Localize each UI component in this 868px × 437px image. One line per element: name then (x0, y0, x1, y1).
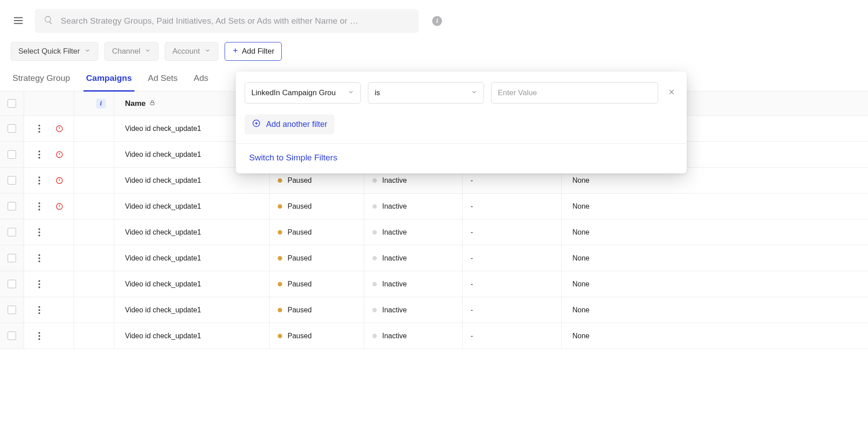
status-dot-paused (278, 204, 282, 209)
row-name: Video id check_update1 (125, 306, 201, 314)
row-name-cell[interactable]: Video id check_update1 (114, 245, 270, 271)
row-dash: - (471, 280, 473, 288)
select-all-checkbox[interactable] (8, 99, 16, 108)
warning-icon[interactable] (55, 202, 63, 210)
tab-campaigns[interactable]: Campaigns (84, 70, 134, 91)
tab-strategy-group[interactable]: Strategy Group (11, 70, 72, 91)
row-info-cell (74, 219, 114, 245)
row-status2-cell: Inactive (364, 245, 463, 271)
row-checkbox[interactable] (8, 280, 16, 288)
row-name-cell[interactable]: Video id check_update1 (114, 323, 270, 349)
status-dot-inactive (372, 256, 377, 261)
warning-icon[interactable] (55, 151, 63, 159)
quick-filter-select[interactable]: Select Quick Filter (11, 42, 98, 61)
row-name-cell[interactable]: Video id check_update1 (114, 297, 270, 323)
svg-point-19 (38, 180, 40, 181)
add-filter-button[interactable]: Add Filter (225, 42, 282, 61)
row-menu-button[interactable] (36, 148, 43, 161)
row-name-cell[interactable]: Video id check_update1 (114, 219, 270, 245)
row-checkbox[interactable] (8, 202, 16, 210)
status-dot-paused (278, 256, 282, 261)
svg-point-7 (38, 128, 40, 130)
row-menu-button[interactable] (36, 174, 43, 187)
table-row: Video id check_update1PausedInactive-Non… (0, 245, 868, 271)
row-status1-cell: Paused (270, 219, 364, 245)
row-menu-button[interactable] (36, 329, 43, 343)
row-checkbox[interactable] (8, 176, 16, 185)
row-checkbox[interactable] (8, 124, 16, 133)
row-info-cell (74, 245, 114, 271)
filter-value-input-wrapper (491, 82, 658, 104)
row-status1: Paused (288, 228, 312, 236)
row-name-cell[interactable]: Video id check_update1 (114, 271, 270, 297)
row-menu-button[interactable] (36, 303, 43, 317)
row-actions-cell (24, 168, 74, 193)
row-actions-cell (24, 219, 74, 245)
filter-field-select[interactable]: LinkedIn Campaign Grou (245, 82, 361, 104)
chevron-down-icon (84, 47, 91, 56)
row-name: Video id check_update1 (125, 125, 201, 133)
row-none: None (572, 332, 589, 340)
row-name: Video id check_update1 (125, 280, 201, 288)
channel-select[interactable]: Channel (104, 42, 159, 61)
filter-operator-select[interactable]: is (368, 82, 484, 104)
row-menu-button[interactable] (36, 200, 43, 213)
row-info-cell (74, 168, 114, 193)
account-label: Account (172, 47, 200, 56)
filter-bar: Select Quick Filter Channel Account Add … (0, 42, 868, 70)
hamburger-icon (13, 21, 24, 28)
hamburger-button[interactable] (11, 13, 26, 29)
header-actions-cell (24, 92, 74, 115)
row-checkbox[interactable] (8, 332, 16, 340)
filter-value-input[interactable] (498, 88, 651, 97)
row-status2-cell: Inactive (364, 323, 463, 349)
row-actions-cell (24, 323, 74, 349)
row-actions-cell (24, 116, 74, 141)
row-status1: Paused (288, 332, 312, 340)
row-checkbox[interactable] (8, 254, 16, 262)
warning-icon[interactable] (55, 125, 63, 133)
row-menu-button[interactable] (36, 277, 43, 291)
status-dot-paused (278, 334, 282, 338)
row-checkbox-cell (0, 245, 24, 271)
status-dot-inactive (372, 282, 377, 286)
row-none-cell: None (562, 323, 868, 349)
warning-icon[interactable] (55, 176, 63, 185)
row-checkbox[interactable] (8, 306, 16, 314)
info-column-icon[interactable]: i (96, 99, 106, 109)
status-dot-paused (278, 230, 282, 235)
row-menu-button[interactable] (36, 252, 43, 265)
row-info-cell (74, 297, 114, 323)
account-select[interactable]: Account (165, 42, 218, 61)
row-dash: - (471, 202, 473, 210)
tab-ad-sets[interactable]: Ad Sets (146, 70, 179, 91)
tab-ads[interactable]: Ads (192, 70, 210, 91)
status-dot-paused (278, 178, 282, 183)
row-name: Video id check_update1 (125, 176, 201, 185)
table-row: Video id check_update1PausedInactive-Non… (0, 297, 868, 323)
row-menu-button[interactable] (36, 226, 43, 239)
row-name-cell[interactable]: Video id check_update1 (114, 193, 270, 219)
search-icon (44, 15, 54, 27)
info-icon[interactable]: i (432, 16, 442, 26)
row-none: None (572, 228, 589, 236)
row-status2: Inactive (382, 254, 407, 262)
row-checkbox[interactable] (8, 228, 16, 236)
row-checkbox[interactable] (8, 150, 16, 159)
row-none-cell: None (562, 271, 868, 297)
row-status1-cell: Paused (270, 245, 364, 271)
svg-point-40 (38, 309, 40, 311)
row-info-cell (74, 323, 114, 349)
row-menu-button[interactable] (36, 122, 43, 135)
add-another-filter-button[interactable]: Add another filter (245, 114, 334, 134)
row-none-cell: None (562, 219, 868, 245)
status-dot-inactive (372, 204, 377, 209)
switch-simple-filters-link[interactable]: Switch to Simple Filters (249, 153, 337, 163)
search-input[interactable] (61, 16, 410, 26)
row-dash-cell: - (463, 271, 562, 297)
svg-point-34 (38, 257, 40, 259)
remove-filter-button[interactable] (665, 86, 678, 100)
svg-point-36 (38, 280, 40, 282)
svg-point-26 (38, 209, 40, 210)
row-actions-cell (24, 297, 74, 323)
